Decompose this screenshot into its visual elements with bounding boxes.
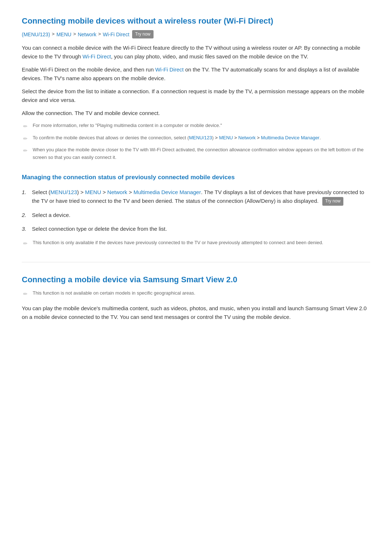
step-1: 1. Select (MENU/123) > MENU > Network > … <box>22 188 370 206</box>
wifidirect-link-1[interactable]: Wi-Fi Direct <box>82 53 111 59</box>
section1-notes: ✏ For more information, refer to "Playin… <box>22 122 370 161</box>
section1-para4: Allow the connection. The TV and mobile … <box>22 109 370 118</box>
note-text-s2: This function is not available on certai… <box>33 290 370 297</box>
breadcrumb-arrow1: > <box>52 30 55 38</box>
step1-menu[interactable]: MENU <box>85 189 101 195</box>
note-icon-1: ✏ <box>23 122 30 130</box>
section2-note-1: ✏ This function is not available on cert… <box>22 290 370 298</box>
section2-notes: ✏ This function is not available on cert… <box>22 290 370 298</box>
note2-network[interactable]: Network <box>238 135 256 140</box>
note-icon-s2: ✏ <box>23 290 30 298</box>
note-icon-2: ✏ <box>23 135 30 143</box>
step-3-content: Select connection type or delete the dev… <box>32 225 370 233</box>
note2-menu123[interactable]: MENU/123 <box>189 135 212 140</box>
step1-network[interactable]: Network <box>107 189 127 195</box>
step-1-content: Select (MENU/123) > MENU > Network > Mul… <box>32 188 370 206</box>
wifi-direct-section: Connecting mobile devices without a wire… <box>22 15 370 247</box>
section2-paragraph: You can play the mobile device's multime… <box>22 304 370 321</box>
section-divider <box>22 262 370 262</box>
section2-title: Connecting a mobile device via Samsung S… <box>22 273 370 286</box>
note-icon-sub1: ✏ <box>23 239 30 247</box>
note2-menu[interactable]: MENU <box>219 135 233 140</box>
step1-mdm[interactable]: Multimedia Device Manager <box>134 189 201 195</box>
breadcrumb-menu: MENU <box>56 30 71 38</box>
note-item-1: ✏ For more information, refer to "Playin… <box>22 122 370 130</box>
note-text-3: When you place the mobile device closer … <box>33 146 370 161</box>
note-text-sub1: This function is only available if the d… <box>33 239 370 247</box>
breadcrumb: (MENU/123) > MENU > Network > Wi-Fi Dire… <box>22 30 370 38</box>
managing-connection-subsection: Managing the connection status of previo… <box>22 172 370 247</box>
try-now-badge-1[interactable]: Try now <box>132 30 153 38</box>
breadcrumb-arrow3: > <box>98 30 101 38</box>
step-2-num: 2. <box>22 211 32 219</box>
note-item-3: ✏ When you place the mobile device close… <box>22 146 370 161</box>
step-2: 2. Select a device. <box>22 211 370 219</box>
breadcrumb-network: Network <box>78 30 96 38</box>
samsung-smart-view-section: Connecting a mobile device via Samsung S… <box>22 273 370 321</box>
note-icon-3: ✏ <box>23 147 30 155</box>
try-now-badge-2[interactable]: Try now <box>322 197 343 205</box>
wifidirect-link-2[interactable]: Wi-Fi Direct <box>155 66 184 73</box>
note2-mdm[interactable]: Multimedia Device Manager <box>261 135 319 140</box>
section1-title: Connecting mobile devices without a wire… <box>22 15 370 27</box>
step-2-content: Select a device. <box>32 211 370 219</box>
step-3: 3. Select connection type or delete the … <box>22 225 370 233</box>
breadcrumb-arrow2: > <box>73 30 76 38</box>
step-3-num: 3. <box>22 225 32 233</box>
step-1-num: 1. <box>22 188 32 197</box>
note-text-1: For more information, refer to "Playing … <box>33 122 370 130</box>
section1-para3: Select the device from the list to initi… <box>22 87 370 104</box>
steps-list: 1. Select (MENU/123) > MENU > Network > … <box>22 188 370 233</box>
breadcrumb-menu123: (MENU/123) <box>22 30 50 38</box>
subsection-title: Managing the connection status of previo… <box>22 172 370 182</box>
breadcrumb-wifidirect: Wi-Fi Direct <box>103 30 129 38</box>
note-text-2: To confirm the mobile devices that allow… <box>33 134 370 142</box>
section1-para2: Enable Wi-Fi Direct on the mobile device… <box>22 65 370 83</box>
section1-para1: You can connect a mobile device with the… <box>22 44 370 61</box>
step1-menu123[interactable]: MENU/123 <box>50 189 77 195</box>
subsection-note-1: ✏ This function is only available if the… <box>22 239 370 247</box>
subsection-notes: ✏ This function is only available if the… <box>22 239 370 247</box>
note-item-2: ✏ To confirm the mobile devices that all… <box>22 134 370 143</box>
